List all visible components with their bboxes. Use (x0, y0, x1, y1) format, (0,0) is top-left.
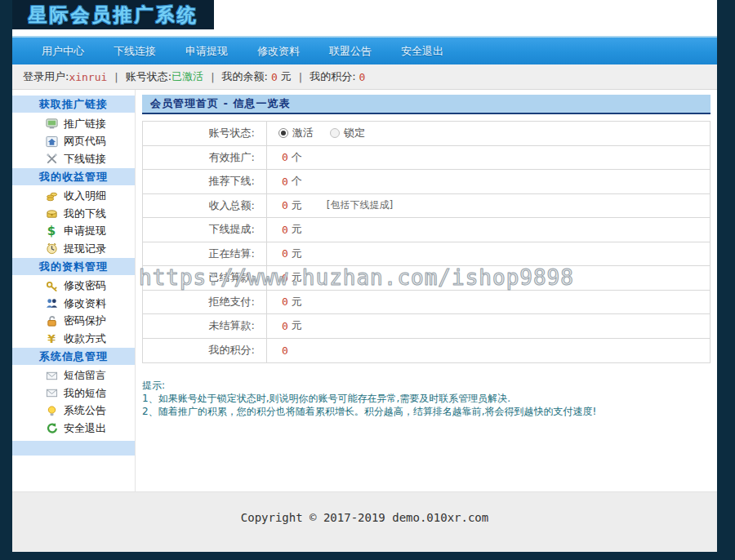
sidebar-item-label: 网页代码 (64, 134, 106, 149)
tools-icon (45, 153, 58, 166)
row-value: 0 (282, 199, 288, 211)
sidebar-item-label: 收款方式 (64, 331, 106, 346)
sidebar-item-label: 短信留言 (64, 368, 106, 383)
nav-item-edit-profile[interactable]: 修改资料 (243, 38, 314, 64)
yen-icon: ¥ (45, 332, 58, 345)
sidebar-item-password-protect[interactable]: 密码保护 (12, 313, 135, 331)
row-unit: 元 (292, 295, 302, 309)
row-label: 推荐下线: (143, 170, 267, 193)
sidebar-item-safe-logout[interactable]: 安全退出 (12, 420, 135, 438)
sidebar-item-promo-link[interactable]: 推广链接 (12, 115, 135, 133)
login-user-value: xinrui (69, 71, 107, 83)
nav-item-downline-link[interactable]: 下线连接 (99, 38, 171, 64)
home-page-icon (45, 135, 58, 148)
row-value: 0 (282, 151, 288, 163)
info-table: 账号状态: 激活 锁定 (142, 121, 710, 363)
sidebar-item-label: 我的短信 (64, 386, 106, 401)
points-label: 我的积分: (310, 69, 355, 84)
nav-item-user-center[interactable]: 用户中心 (27, 38, 99, 64)
sidebar-item-label: 我的下线 (64, 207, 106, 221)
sidebar-item-edit-profile[interactable]: 修改资料 (12, 295, 135, 313)
tips-title: 提示: (142, 379, 710, 392)
separator: | (114, 71, 118, 83)
sidebar-item-web-code[interactable]: 网页代码 (12, 133, 135, 151)
nav-item-logout[interactable]: 安全退出 (386, 38, 458, 64)
key-icon (45, 279, 58, 292)
site-title: 星际会员推广系统 (29, 2, 198, 28)
coins-icon (45, 189, 58, 202)
page-title: 会员管理首页 - 信息一览表 (142, 95, 710, 114)
sidebar: 获取推广链接 推广链接 网页代码 下线链接 我的收益管理 收入明细 我的下线 (12, 90, 136, 491)
tips-line-2: 2、随着推广的积累，您的积分也将随着累积增长。积分越高，结算排名越靠前,将会得到… (142, 405, 710, 418)
radio-locked-label: 锁定 (344, 126, 365, 140)
users-icon (45, 297, 58, 310)
row-label: 正在结算: (143, 242, 267, 266)
row-label: 收入总额: (143, 194, 267, 218)
table-row-unsettled: 未结算款: 0元 (143, 314, 710, 339)
table-row-downline-commission: 下线提成: 0元 (143, 218, 710, 242)
sidebar-item-label: 提现记录 (64, 242, 106, 256)
row-unit: 元 (292, 270, 302, 285)
row-unit: 个 (292, 150, 302, 165)
radio-active-icon[interactable] (278, 128, 288, 138)
sidebar-item-label: 系统公告 (64, 403, 106, 418)
table-row-my-points: 我的积分: 0 (143, 339, 710, 363)
sidebar-section-system: 系统信息管理 (12, 348, 135, 365)
sidebar-item-withdraw-apply[interactable]: $ 申请提现 (12, 223, 135, 241)
header: 星际会员推广系统 (12, 0, 717, 36)
account-status-value: 已激活 (172, 69, 203, 84)
tips-block: 提示: 1、如果账号处于锁定状态时,则说明你的账号可能存在异常,需要及时联系管理… (142, 379, 710, 418)
separator: | (211, 71, 214, 83)
sidebar-item-label: 密码保护 (64, 313, 106, 328)
table-row-valid-promo: 有效推广: 0个 (143, 146, 710, 171)
row-unit: 个 (292, 174, 302, 189)
content-area: 获取推广链接 推广链接 网页代码 下线链接 我的收益管理 收入明细 我的下线 (12, 90, 717, 491)
table-row-settled: 已结算款: 0元 (143, 266, 710, 291)
sidebar-item-payment-method[interactable]: ¥ 收款方式 (12, 330, 135, 348)
table-row-rejected: 拒绝支付: 0元 (143, 291, 710, 315)
monitor-icon (45, 118, 58, 131)
balance-unit: 元 (281, 69, 292, 84)
tips-line-1: 1、如果账号处于锁定状态时,则说明你的账号可能存在异常,需要及时联系管理员解决. (142, 392, 710, 405)
radio-option-locked[interactable]: 锁定 (330, 126, 365, 140)
sidebar-item-downline-link[interactable]: 下线链接 (12, 150, 135, 168)
status-bar: 登录用户:xinrui | 账号状态:已激活 | 我的余额:0元 | 我的积分:… (12, 64, 717, 90)
nav-item-withdraw[interactable]: 申请提现 (171, 38, 243, 64)
logo: 星际会员推广系统 (12, 0, 214, 29)
envelope-icon (45, 369, 58, 382)
lock-icon (45, 314, 58, 327)
page-container: 星际会员推广系统 用户中心 下线连接 申请提现 修改资料 联盟公告 安全退出 登… (12, 0, 717, 552)
row-label: 已结算款: (143, 266, 267, 290)
sidebar-item-change-password[interactable]: 修改密码 (12, 278, 135, 296)
row-label: 未结算款: (143, 314, 267, 338)
row-note: [包括下线提成] (327, 198, 393, 212)
sidebar-item-my-sms[interactable]: 我的短信 (12, 384, 135, 402)
sidebar-footer-bar (12, 441, 135, 456)
sidebar-item-my-downline[interactable]: 我的下线 (12, 205, 135, 223)
nav-item-alliance-notice[interactable]: 联盟公告 (314, 38, 386, 64)
sidebar-item-sms-message[interactable]: 短信留言 (12, 367, 135, 385)
envelope-icon (45, 387, 58, 400)
radio-option-active[interactable]: 激活 (278, 126, 314, 140)
logout-arrow-icon (45, 422, 58, 435)
sidebar-section-income: 我的收益管理 (12, 168, 135, 185)
row-unit: 元 (292, 198, 302, 213)
radio-locked-icon[interactable] (330, 128, 340, 138)
sidebar-item-income-detail[interactable]: 收入明细 (12, 188, 135, 206)
sidebar-item-label: 推广链接 (64, 117, 106, 131)
row-value: 0 (282, 247, 288, 260)
balance-label: 我的余额: (222, 69, 268, 84)
sidebar-item-system-notice[interactable]: 系统公告 (12, 402, 135, 420)
row-label: 账号状态: (143, 122, 267, 145)
row-value: 0 (282, 296, 288, 308)
row-value: 0 (282, 272, 288, 284)
row-label: 我的积分: (143, 339, 267, 363)
sidebar-section-profile: 我的资料管理 (12, 258, 135, 275)
sidebar-item-withdraw-record[interactable]: 提现记录 (12, 240, 135, 258)
table-row-total-income: 收入总额: 0元[包括下线提成] (143, 194, 710, 219)
row-unit: 元 (292, 318, 302, 333)
main-panel: 会员管理首页 - 信息一览表 账号状态: 激活 锁定 (136, 90, 717, 491)
money-chest-icon (45, 207, 58, 220)
separator: | (299, 71, 302, 83)
row-value: 0 (282, 344, 288, 357)
